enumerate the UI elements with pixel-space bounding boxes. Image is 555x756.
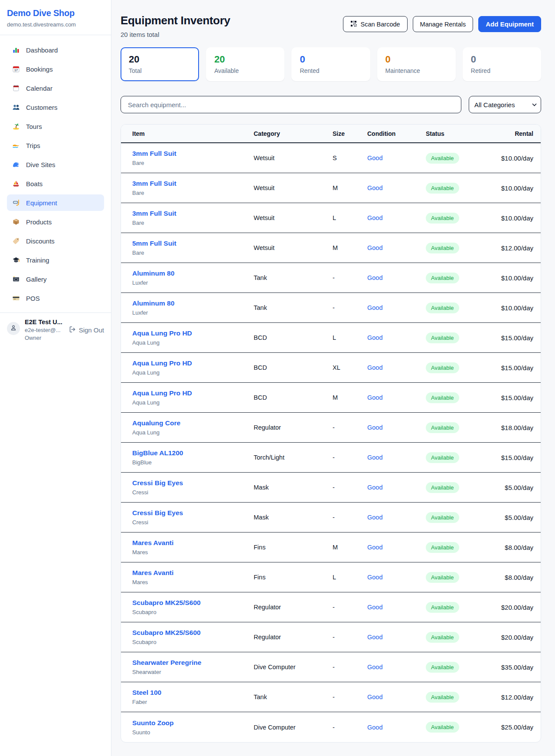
sidebar-item-products[interactable]: Products: [7, 214, 104, 230]
stat-value: 0: [300, 54, 362, 65]
item-condition-link[interactable]: Good: [367, 634, 426, 641]
table-row[interactable]: Suunto Zoop Suunto Dive Computer - Good …: [121, 712, 541, 742]
stat-card-total[interactable]: 20 Total: [121, 47, 199, 81]
item-link[interactable]: Aqua Lung Pro HD: [132, 359, 192, 367]
item-link[interactable]: Aqua Lung Pro HD: [132, 329, 192, 337]
scan-barcode-button[interactable]: Scan Barcode: [343, 16, 407, 32]
table-row[interactable]: Aqualung Core Aqua Lung Regulator - Good…: [121, 413, 541, 443]
stat-card-available[interactable]: 20 Available: [206, 47, 284, 81]
item-link[interactable]: Mares Avanti: [132, 539, 173, 546]
table-row[interactable]: 3mm Full Suit Bare Wetsuit M Good Availa…: [121, 173, 541, 203]
stat-card-retired[interactable]: 0 Retired: [463, 47, 541, 81]
item-condition-link[interactable]: Good: [367, 454, 426, 461]
table-row[interactable]: 3mm Full Suit Bare Wetsuit L Good Availa…: [121, 203, 541, 233]
item-condition-link[interactable]: Good: [367, 424, 426, 431]
table-row[interactable]: BigBlue AL1200 BigBlue Torch/Light - Goo…: [121, 443, 541, 473]
page-title-block: Equipment Inventory 20 items total: [121, 14, 230, 38]
sidebar-item-dive-sites[interactable]: Dive Sites: [7, 156, 104, 173]
table-row[interactable]: Aluminum 80 Luxfer Tank - Good Available…: [121, 263, 541, 293]
item-condition-link[interactable]: Good: [367, 544, 426, 551]
item-condition-link[interactable]: Good: [367, 244, 426, 251]
search-input[interactable]: [121, 96, 461, 113]
item-link[interactable]: 3mm Full Suit: [132, 150, 176, 157]
sidebar-item-discounts[interactable]: Discounts: [7, 233, 104, 249]
sidebar-item-customers[interactable]: Customers: [7, 99, 104, 115]
table-row[interactable]: 5mm Full Suit Bare Wetsuit M Good Availa…: [121, 233, 541, 263]
table-row[interactable]: Shearwater Peregrine Shearwater Dive Com…: [121, 652, 541, 682]
sidebar-item-calendar[interactable]: Calendar: [7, 80, 104, 96]
column-header-condition: Condition: [367, 130, 426, 137]
item-size: S: [333, 154, 367, 161]
item-link[interactable]: Aqua Lung Pro HD: [132, 389, 192, 397]
category-select[interactable]: All Categories: [469, 96, 541, 113]
status-badge: Available: [426, 153, 459, 164]
sidebar-item-tours[interactable]: Tours: [7, 118, 104, 135]
table-row[interactable]: Cressi Big Eyes Cressi Mask - Good Avail…: [121, 503, 541, 532]
item-link[interactable]: Scubapro MK25/S600: [132, 599, 201, 606]
sidebar-item-equipment[interactable]: Equipment: [7, 194, 104, 211]
item-link[interactable]: Steel 100: [132, 689, 161, 696]
item-condition-link[interactable]: Good: [367, 724, 426, 731]
table-row[interactable]: Cressi Big Eyes Cressi Mask - Good Avail…: [121, 473, 541, 503]
item-condition-link[interactable]: Good: [367, 394, 426, 401]
item-rental-price: $20.00/day: [499, 604, 533, 611]
item-link[interactable]: Shearwater Peregrine: [132, 659, 201, 666]
item-link[interactable]: BigBlue AL1200: [132, 449, 183, 457]
item-link[interactable]: Aluminum 80: [132, 299, 174, 307]
item-brand: Scubapro: [132, 639, 254, 645]
items-total-subtitle: 20 items total: [121, 31, 230, 38]
table-row[interactable]: Mares Avanti Mares Fins L Good Available…: [121, 562, 541, 592]
item-link[interactable]: Aqualung Core: [132, 419, 180, 427]
item-category: Wetsuit: [254, 184, 333, 191]
table-row[interactable]: 3mm Full Suit Bare Wetsuit S Good Availa…: [121, 143, 541, 173]
sidebar-item-bookings[interactable]: 17 Bookings: [7, 61, 104, 77]
sidebar-item-gallery[interactable]: Gallery: [7, 271, 104, 287]
sidebar-item-dashboard[interactable]: Dashboard: [7, 42, 104, 58]
item-condition-link[interactable]: Good: [367, 154, 426, 161]
item-condition-link[interactable]: Good: [367, 604, 426, 611]
manage-rentals-button[interactable]: Manage Rentals: [413, 16, 473, 32]
table-row[interactable]: Aqua Lung Pro HD Aqua Lung BCD L Good Av…: [121, 323, 541, 353]
scan-barcode-label: Scan Barcode: [360, 21, 400, 28]
item-link[interactable]: Scubapro MK25/S600: [132, 629, 201, 636]
item-link[interactable]: 3mm Full Suit: [132, 210, 176, 217]
item-condition-link[interactable]: Good: [367, 664, 426, 671]
item-condition-link[interactable]: Good: [367, 334, 426, 341]
item-condition-link[interactable]: Good: [367, 184, 426, 191]
table-row[interactable]: Aqua Lung Pro HD Aqua Lung BCD M Good Av…: [121, 383, 541, 413]
table-row[interactable]: Aqua Lung Pro HD Aqua Lung BCD XL Good A…: [121, 353, 541, 383]
table-row[interactable]: Steel 100 Faber Tank - Good Available $1…: [121, 682, 541, 712]
sidebar-item-training[interactable]: Training: [7, 252, 104, 268]
sidebar-item-trips[interactable]: Trips: [7, 137, 104, 154]
stat-card-maintenance[interactable]: 0 Maintenance: [377, 47, 456, 81]
item-condition-link[interactable]: Good: [367, 364, 426, 371]
item-condition-link[interactable]: Good: [367, 694, 426, 700]
item-condition-link[interactable]: Good: [367, 484, 426, 491]
item-link[interactable]: Cressi Big Eyes: [132, 479, 183, 486]
item-condition-link[interactable]: Good: [367, 514, 426, 521]
palm-island-icon: [12, 122, 20, 130]
item-condition-link[interactable]: Good: [367, 214, 426, 221]
table-row[interactable]: Mares Avanti Mares Fins M Good Available…: [121, 532, 541, 562]
table-row[interactable]: Scubapro MK25/S600 Scubapro Regulator - …: [121, 592, 541, 622]
item-condition-link[interactable]: Good: [367, 304, 426, 311]
item-link[interactable]: 3mm Full Suit: [132, 180, 176, 187]
item-link[interactable]: Mares Avanti: [132, 569, 173, 576]
column-header-rental: Rental: [499, 130, 533, 137]
table-row[interactable]: Scubapro MK25/S600 Scubapro Regulator - …: [121, 622, 541, 652]
item-link[interactable]: Cressi Big Eyes: [132, 509, 183, 516]
table-header-row: ItemCategorySizeConditionStatusRental: [121, 125, 541, 143]
item-condition-link[interactable]: Good: [367, 574, 426, 581]
item-link[interactable]: 5mm Full Suit: [132, 240, 176, 247]
sign-out-button[interactable]: Sign Out: [69, 326, 104, 334]
stat-card-rented[interactable]: 0 Rented: [291, 47, 370, 81]
item-rental-price: $8.00/day: [499, 544, 533, 551]
sidebar-item-pos[interactable]: POS: [7, 290, 104, 306]
item-link[interactable]: Aluminum 80: [132, 270, 174, 277]
add-equipment-button[interactable]: Add Equipment: [478, 16, 541, 32]
item-condition-link[interactable]: Good: [367, 274, 426, 281]
item-link[interactable]: Suunto Zoop: [132, 719, 174, 726]
sidebar-item-boats[interactable]: Boats: [7, 175, 104, 192]
brand-block: Demo Dive Shop demo.test.divestreams.com: [0, 0, 111, 35]
table-row[interactable]: Aluminum 80 Luxfer Tank - Good Available…: [121, 293, 541, 323]
